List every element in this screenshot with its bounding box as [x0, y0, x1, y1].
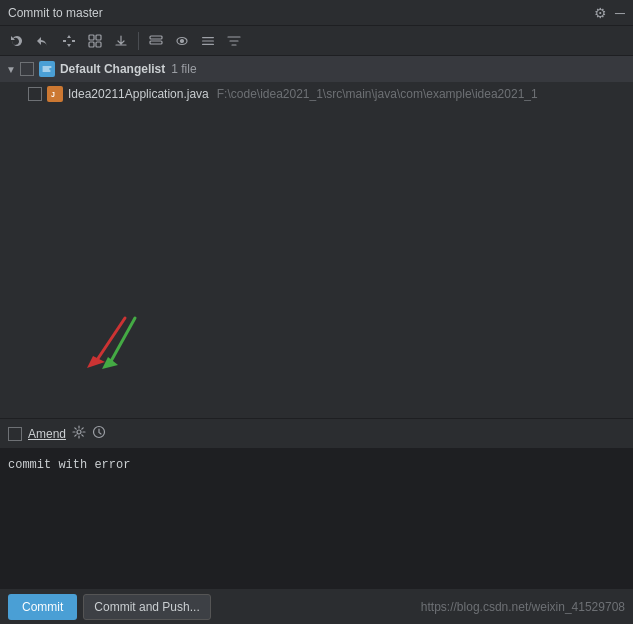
amend-clock-icon[interactable] [92, 425, 106, 442]
undo-button[interactable] [32, 30, 54, 52]
amend-section: Amend [0, 418, 633, 448]
svg-rect-0 [89, 35, 94, 40]
svg-rect-2 [89, 42, 94, 47]
commit-push-button[interactable]: Commit and Push... [83, 594, 210, 620]
svg-rect-5 [150, 41, 162, 44]
file-row[interactable]: J Idea20211Application.java F:\code\idea… [0, 82, 633, 106]
window-title: Commit to master [8, 6, 103, 20]
svg-rect-8 [202, 37, 214, 38]
toolbar [0, 26, 633, 56]
svg-line-14 [95, 318, 125, 363]
svg-text:J: J [51, 91, 55, 98]
svg-rect-4 [150, 36, 162, 39]
move-button[interactable] [58, 30, 80, 52]
bottom-bar: Commit Commit and Push... https://blog.c… [0, 588, 633, 624]
middle-area [0, 136, 633, 418]
changelist-count: 1 file [171, 62, 196, 76]
file-list-area: ▼ Default Changelist 1 file J Idea20211A… [0, 56, 633, 136]
toolbar-separator-1 [138, 32, 139, 50]
amend-label[interactable]: Amend [28, 427, 66, 441]
svg-line-16 [110, 318, 135, 363]
file-path: F:\code\idea2021_1\src\main\java\com\exa… [217, 87, 538, 101]
changelist-name: Default Changelist [60, 62, 165, 76]
svg-rect-9 [202, 40, 214, 41]
svg-point-18 [77, 430, 81, 434]
svg-rect-1 [96, 35, 101, 40]
svg-point-7 [181, 39, 184, 42]
commit-message-text: commit with error [8, 458, 130, 472]
refresh-button[interactable] [6, 30, 28, 52]
group-button[interactable] [145, 30, 167, 52]
commit-button[interactable]: Commit [8, 594, 77, 620]
commit-message-area[interactable]: commit with error [0, 448, 633, 588]
svg-rect-10 [202, 43, 214, 44]
changelist-chevron-icon: ▼ [6, 64, 16, 75]
expand-button[interactable] [84, 30, 106, 52]
file-checkbox[interactable] [28, 87, 42, 101]
changelist-header[interactable]: ▼ Default Changelist 1 file [0, 56, 633, 82]
download-button[interactable] [110, 30, 132, 52]
filter-button[interactable] [223, 30, 245, 52]
amend-checkbox[interactable] [8, 427, 22, 441]
list-button[interactable] [197, 30, 219, 52]
minimize-icon[interactable]: ─ [615, 5, 625, 21]
settings-icon[interactable]: ⚙ [594, 5, 607, 21]
svg-marker-15 [87, 356, 105, 368]
svg-rect-3 [96, 42, 101, 47]
changelist-icon [39, 61, 55, 77]
svg-marker-17 [102, 357, 118, 369]
eye-button[interactable] [171, 30, 193, 52]
title-bar: Commit to master ⚙ ─ [0, 0, 633, 26]
java-file-icon: J [47, 86, 63, 102]
footer-link: https://blog.csdn.net/weixin_41529708 [421, 600, 625, 614]
annotation-arrows [55, 308, 175, 388]
title-controls: ⚙ ─ [594, 5, 625, 21]
amend-gear-icon[interactable] [72, 425, 86, 442]
main-layout: ▼ Default Changelist 1 file J Idea20211A… [0, 26, 633, 624]
changelist-checkbox[interactable] [20, 62, 34, 76]
file-name: Idea20211Application.java [68, 87, 209, 101]
